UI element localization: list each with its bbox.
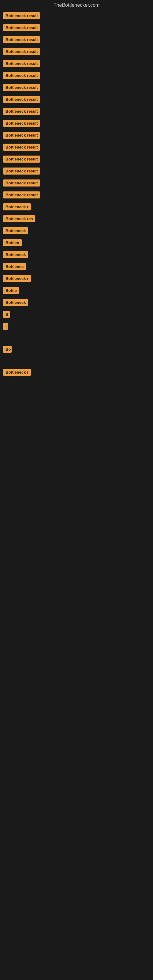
result-item: Bottleneck res (3, 215, 153, 224)
bottleneck-result-badge[interactable]: Bottleneck result (3, 132, 40, 139)
site-title-bar: TheBottlenecker.com (0, 0, 153, 9)
bottleneck-result-badge[interactable]: Bottleneck result (3, 108, 40, 115)
result-item: Bottleneck result (3, 48, 153, 56)
result-item: Bottleneck r (3, 369, 153, 377)
bottleneck-result-badge[interactable]: Bottleneck result (3, 180, 40, 186)
result-item: Bottleneck result (3, 60, 153, 68)
bottleneck-result-badge[interactable]: Bottleneck result (3, 72, 40, 79)
result-item: Bottleneck (3, 299, 153, 307)
result-item: Bottlenec (3, 263, 153, 271)
bottleneck-result-badge[interactable]: Bottleneck result (3, 120, 40, 127)
result-item: Bottleneck result (3, 191, 153, 200)
bottleneck-result-badge[interactable]: Bottleneck result (3, 167, 40, 175)
bottleneck-result-badge[interactable]: Bottleneck result (3, 12, 40, 19)
result-item: Bottleneck r (3, 275, 153, 283)
site-title: TheBottlenecker.com (0, 0, 153, 9)
bottleneck-result-badge[interactable]: Bottleneck result (3, 36, 40, 43)
bottleneck-result-badge[interactable]: Bottleneck result (3, 84, 40, 91)
results-container: Bottleneck resultBottleneck resultBottle… (0, 9, 153, 395)
bottleneck-result-badge[interactable]: Bottleneck result (3, 60, 40, 67)
result-item: | (3, 323, 153, 331)
result-item: Bottleneck (3, 251, 153, 259)
result-item: Bottleneck result (3, 132, 153, 140)
bottleneck-result-badge[interactable]: Bottleneck res (3, 215, 35, 222)
bottleneck-result-badge[interactable]: Bottleneck r (3, 369, 31, 376)
result-item: Bottleneck result (3, 96, 153, 104)
result-item: Bottlen (3, 239, 153, 247)
bottleneck-result-badge[interactable]: Bottleneck result (3, 48, 40, 55)
result-item: Bottleneck result (3, 144, 153, 152)
result-item: Bottleneck result (3, 24, 153, 32)
result-item: Bottleneck result (3, 108, 153, 116)
bottleneck-result-badge[interactable]: B (3, 311, 10, 318)
result-item: Bottleneck result (3, 167, 153, 176)
bottleneck-result-badge[interactable]: Bottleneck r (3, 275, 31, 282)
result-item: Bo (3, 346, 153, 354)
bottleneck-result-badge[interactable]: Bottleneck result (3, 96, 40, 103)
bottleneck-result-badge[interactable]: Bottleneck (3, 299, 28, 306)
result-item: Bottleneck (3, 227, 153, 235)
bottleneck-result-badge[interactable]: Bottleneck result (3, 144, 40, 151)
bottleneck-result-badge[interactable]: Bottlen (3, 239, 22, 246)
bottleneck-result-badge[interactable]: Bottleneck result (3, 156, 40, 162)
bottleneck-result-badge[interactable]: Bottleneck result (3, 24, 40, 31)
bottleneck-result-badge[interactable]: Bottleneck r (3, 204, 31, 210)
result-item: Bottleneck r (3, 204, 153, 212)
result-item: B (3, 311, 153, 319)
result-item: Bottleneck result (3, 12, 153, 21)
result-item: Bottleneck result (3, 156, 153, 164)
result-item: Bottle (3, 287, 153, 295)
result-item: Bottleneck result (3, 180, 153, 188)
bottleneck-result-badge[interactable]: Bottle (3, 287, 19, 294)
bottleneck-result-badge[interactable]: Bo (3, 346, 12, 353)
result-item: Bottleneck result (3, 72, 153, 80)
bottleneck-result-badge[interactable]: Bottleneck (3, 227, 28, 234)
bottleneck-result-badge[interactable]: Bottlenec (3, 263, 26, 270)
result-item: Bottleneck result (3, 84, 153, 92)
bottleneck-result-badge[interactable]: Bottleneck result (3, 191, 40, 199)
result-item: Bottleneck result (3, 120, 153, 128)
bottleneck-result-badge[interactable]: | (3, 323, 8, 330)
bottleneck-result-badge[interactable]: Bottleneck (3, 251, 28, 258)
result-item: Bottleneck result (3, 36, 153, 45)
